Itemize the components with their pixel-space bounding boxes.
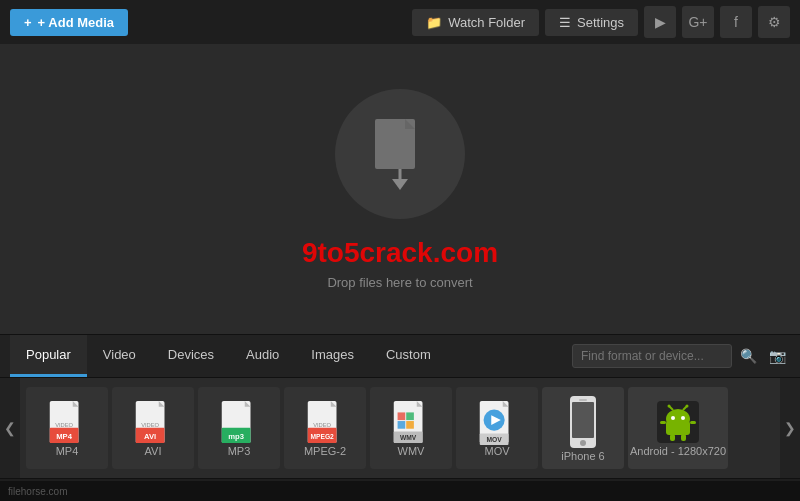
tab-custom[interactable]: Custom	[370, 335, 447, 377]
watch-folder-icon: 📁	[426, 15, 442, 30]
mpeg2-label: MPEG-2	[304, 445, 346, 457]
format-items-list: MP4 VIDEO MP4 AVI VIDEO AVI	[20, 378, 780, 478]
svg-text:MOV: MOV	[487, 436, 503, 443]
avi-label: AVI	[145, 445, 162, 457]
svg-text:VIDEO: VIDEO	[141, 422, 159, 428]
tab-custom-label: Custom	[386, 347, 431, 362]
mp4-label: MP4	[56, 445, 79, 457]
svg-point-45	[681, 416, 685, 420]
avi-file-icon: AVI VIDEO	[133, 399, 173, 445]
format-item-mov[interactable]: MOV MOV	[456, 387, 538, 469]
android-icon	[655, 399, 701, 445]
android-label: Android - 1280x720	[630, 445, 726, 457]
svg-rect-28	[406, 421, 414, 429]
svg-rect-26	[406, 412, 414, 420]
mov-file-icon: MOV	[477, 399, 517, 445]
format-search-input[interactable]	[572, 344, 732, 368]
tab-audio-label: Audio	[246, 347, 279, 362]
gear-icon: ⚙	[768, 14, 781, 30]
fb-icon: f	[734, 14, 738, 30]
svg-text:AVI: AVI	[144, 432, 156, 441]
add-media-label: + Add Media	[38, 15, 114, 30]
format-items-wrapper: ❮ MP4 VIDEO MP4 AVI	[0, 378, 800, 478]
tab-popular-label: Popular	[26, 347, 71, 362]
svg-rect-53	[690, 421, 696, 424]
svg-text:MPEG2: MPEG2	[310, 433, 334, 440]
format-item-iphone6[interactable]: iPhone 6	[542, 387, 624, 469]
mov-label: MOV	[484, 445, 509, 457]
svg-rect-38	[572, 402, 594, 438]
youtube-icon: ▶	[655, 14, 666, 30]
iphone6-label: iPhone 6	[561, 450, 604, 462]
svg-rect-40	[579, 399, 587, 401]
drop-area[interactable]: 9to5crack.com Drop files here to convert	[0, 44, 800, 334]
svg-point-48	[668, 405, 671, 408]
watermark: 9to5crack.com	[302, 237, 498, 269]
add-media-button[interactable]: + + Add Media	[10, 9, 128, 36]
mpeg2-file-icon: MPEG2 VIDEO	[305, 399, 345, 445]
nav-left-arrow[interactable]: ❮	[0, 378, 20, 478]
svg-text:WMV: WMV	[400, 434, 417, 441]
search-icon[interactable]: 🔍	[736, 344, 761, 368]
filehorse-bar: filehorse.com	[0, 481, 800, 501]
menu-icon: ☰	[559, 15, 571, 30]
watch-folder-button[interactable]: 📁 Watch Folder	[412, 9, 539, 36]
drop-hint: Drop files here to convert	[327, 275, 472, 290]
format-item-wmv[interactable]: WMV WMV	[370, 387, 452, 469]
mp3-file-icon: mp3	[219, 399, 259, 445]
mp4-file-icon: MP4 VIDEO	[47, 399, 87, 445]
gplus-icon: G+	[688, 14, 707, 30]
svg-rect-25	[398, 412, 406, 420]
tab-popular[interactable]: Popular	[10, 335, 87, 377]
svg-marker-3	[392, 179, 408, 190]
tab-images-label: Images	[311, 347, 354, 362]
watch-folder-label: Watch Folder	[448, 15, 525, 30]
tab-audio[interactable]: Audio	[230, 335, 295, 377]
svg-rect-52	[660, 421, 666, 424]
svg-point-39	[580, 440, 586, 446]
file-drop-icon	[365, 114, 435, 194]
settings-button[interactable]: ☰ Settings	[545, 9, 638, 36]
wmv-file-icon: WMV	[391, 399, 431, 445]
svg-point-49	[686, 405, 689, 408]
svg-text:mp3: mp3	[228, 432, 244, 441]
wmv-label: WMV	[398, 445, 425, 457]
svg-rect-51	[681, 434, 686, 441]
format-item-mpeg2[interactable]: MPEG2 VIDEO MPEG-2	[284, 387, 366, 469]
plus-icon: +	[24, 15, 32, 30]
svg-rect-27	[398, 421, 406, 429]
tab-video[interactable]: Video	[87, 335, 152, 377]
mp3-label: MP3	[228, 445, 251, 457]
format-item-mp4[interactable]: MP4 VIDEO MP4	[26, 387, 108, 469]
tab-devices[interactable]: Devices	[152, 335, 230, 377]
tab-video-label: Video	[103, 347, 136, 362]
settings-label: Settings	[577, 15, 624, 30]
format-item-avi[interactable]: AVI VIDEO AVI	[112, 387, 194, 469]
tab-images[interactable]: Images	[295, 335, 370, 377]
svg-point-44	[671, 416, 675, 420]
format-search: 🔍 📷	[572, 344, 790, 368]
svg-rect-50	[670, 434, 675, 441]
format-item-mp3[interactable]: mp3 MP3	[198, 387, 280, 469]
svg-text:VIDEO: VIDEO	[55, 422, 73, 428]
facebook-button[interactable]: f	[720, 6, 752, 38]
svg-rect-43	[666, 421, 690, 435]
screen-icon[interactable]: 📷	[765, 344, 790, 368]
svg-text:VIDEO: VIDEO	[313, 422, 331, 428]
nav-right-arrow[interactable]: ❯	[780, 378, 800, 478]
gplus-button[interactable]: G+	[682, 6, 714, 38]
topbar: + + Add Media 📁 Watch Folder ☰ Settings …	[0, 0, 800, 44]
filehorse-label: filehorse.com	[8, 486, 67, 497]
iphone-icon	[564, 394, 602, 450]
youtube-button[interactable]: ▶	[644, 6, 676, 38]
settings-icon-button[interactable]: ⚙	[758, 6, 790, 38]
topbar-right: 📁 Watch Folder ☰ Settings ▶ G+ f ⚙	[412, 6, 790, 38]
svg-text:MP4: MP4	[56, 432, 72, 441]
tab-devices-label: Devices	[168, 347, 214, 362]
format-tabs-bar: Popular Video Devices Audio Images Custo…	[0, 334, 800, 378]
format-item-android[interactable]: Android - 1280x720	[628, 387, 728, 469]
right-arrow-icon: ❯	[784, 420, 796, 436]
left-arrow-icon: ❮	[4, 420, 16, 436]
drop-circle	[335, 89, 465, 219]
